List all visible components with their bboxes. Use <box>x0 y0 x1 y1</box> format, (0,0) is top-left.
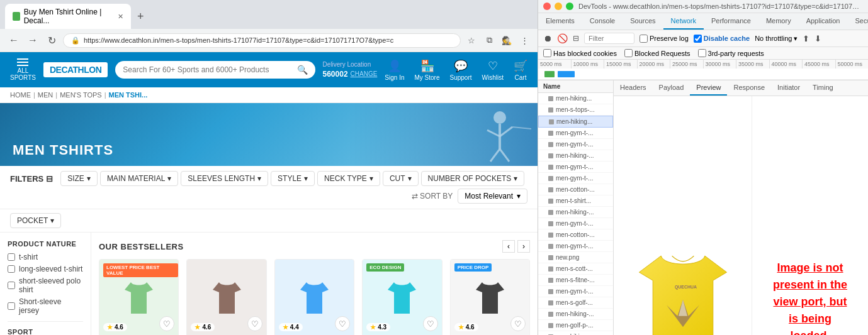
detail-tab-timing[interactable]: Timing <box>806 80 840 96</box>
request-item-14[interactable]: men-gym-t-... <box>538 241 613 252</box>
window-minimize-button[interactable] <box>555 3 562 10</box>
search-icon[interactable]: 🔍 <box>297 65 308 75</box>
request-item-16[interactable]: men-s-cott-... <box>538 263 613 275</box>
request-item-19[interactable]: men-s-golf-... <box>538 297 613 309</box>
request-item-7[interactable]: men-gym-t-... <box>538 162 613 173</box>
request-item-22[interactable]: men-hiking-... <box>538 331 613 335</box>
filter-long-sleeve[interactable]: long-sleeved t-shirt <box>8 265 83 273</box>
request-item-6[interactable]: men-hiking-... <box>538 150 613 162</box>
product-card-4[interactable]: ECO DESIGN ★ 4.3 ♡ KIMJALY Men's Yog <box>362 259 442 335</box>
export-icon[interactable]: ⬇ <box>814 34 821 43</box>
request-item-18[interactable]: men-gym-t-... <box>538 286 613 297</box>
product-card-1[interactable]: LOWEST PRICE BEST VALUE ★ 4.6 ♡ QUECHUA <box>99 259 179 335</box>
blocked-requests-checkbox[interactable] <box>624 49 633 57</box>
filter-tshirt[interactable]: t-shirt <box>8 253 83 261</box>
breadcrumb-home[interactable]: HOME <box>10 91 31 99</box>
detail-tab-headers[interactable]: Headers <box>614 80 653 96</box>
menu-icon[interactable]: ⋮ <box>517 33 531 47</box>
import-icon[interactable]: ⬆ <box>803 34 809 43</box>
breadcrumb-men[interactable]: MEN <box>38 91 53 99</box>
filter-material[interactable]: MAIN MATERIAL ▾ <box>100 171 178 186</box>
filter-style[interactable]: STYLE ▾ <box>271 171 315 186</box>
wishlist-btn-4[interactable]: ♡ <box>423 316 438 331</box>
incognito-icon[interactable]: 🕵 <box>500 33 514 47</box>
tab-memory[interactable]: Memory <box>758 13 799 30</box>
extensions-icon[interactable]: ⧉ <box>482 33 496 47</box>
request-item-20[interactable]: men-hiking-... <box>538 309 613 320</box>
cart-button[interactable]: 🛒 Cart <box>514 59 527 81</box>
tab-elements[interactable]: Elements <box>538 13 582 30</box>
disable-cache-checkbox[interactable] <box>694 35 702 43</box>
tab-console[interactable]: Console <box>582 13 623 30</box>
breadcrumb-mens-tops[interactable]: MEN'S TOPS <box>60 91 102 99</box>
request-item-21[interactable]: men-golf-p-... <box>538 320 613 331</box>
filter-button[interactable]: ⊟ <box>573 34 579 43</box>
request-item-15[interactable]: new.png <box>538 252 613 263</box>
delivery-change-link[interactable]: CHANGE <box>351 70 378 79</box>
wishlist-btn-1[interactable]: ♡ <box>159 316 174 331</box>
tab-close-icon[interactable]: ✕ <box>118 13 123 21</box>
detail-tab-preview[interactable]: Preview <box>690 80 727 96</box>
window-close-button[interactable] <box>543 3 551 10</box>
filter-size[interactable]: SIZE ▾ <box>60 171 98 186</box>
product-card-3[interactable]: ★ 4.4 ♡ ARTENGO Men Tennis Polo T-Shirt … <box>274 259 354 335</box>
prev-page-button[interactable]: ‹ <box>502 240 515 253</box>
next-page-button[interactable]: › <box>517 240 530 253</box>
polo-checkbox[interactable] <box>8 282 15 289</box>
jersey-checkbox[interactable] <box>8 302 15 310</box>
tab-application[interactable]: Application <box>799 13 848 30</box>
address-bar[interactable]: 🔒 https://www.decathlon.in/men-s-tops/me… <box>63 33 461 48</box>
request-item-8[interactable]: men-gym-t-... <box>538 173 613 184</box>
search-bar[interactable]: 🔍 <box>115 61 315 79</box>
new-tab-button[interactable]: + <box>133 10 148 23</box>
request-item-4[interactable]: men-gym-t-... <box>538 128 613 139</box>
star-icon[interactable]: ☆ <box>465 33 478 47</box>
all-sports-button[interactable]: ALLSPORTS <box>10 58 36 81</box>
wishlist-btn-2[interactable]: ♡ <box>247 316 262 331</box>
request-item-13[interactable]: men-cotton-... <box>538 229 613 241</box>
request-item-2[interactable]: men-s-tops-... <box>538 104 613 116</box>
wishlist-btn-5[interactable]: ♡ <box>510 316 526 331</box>
filter-neck[interactable]: NECK TYPE ▾ <box>317 171 380 186</box>
request-item-17[interactable]: men-s-fitne-... <box>538 275 613 286</box>
request-item-12[interactable]: men-gym-t-... <box>538 218 613 229</box>
filter-sleeves[interactable]: SLEEVES LENGTH ▾ <box>181 171 268 186</box>
request-item-5[interactable]: men-gym-t-... <box>538 139 613 150</box>
request-item-11[interactable]: men-hiking-... <box>538 207 613 218</box>
signin-button[interactable]: 👤 Sign In <box>385 59 404 81</box>
network-filter-input[interactable] <box>584 33 634 44</box>
tab-performance[interactable]: Performance <box>704 13 758 30</box>
request-item-1[interactable]: men-hiking... <box>538 93 613 104</box>
detail-tab-response[interactable]: Response <box>727 80 771 96</box>
tab-sources[interactable]: Sources <box>623 13 663 30</box>
product-card-5[interactable]: PRICE DROP ★ 4.6 ♡ QUECHUA Men's Lon <box>450 259 530 335</box>
forward-button[interactable]: → <box>25 33 40 48</box>
window-maximize-button[interactable] <box>566 3 573 10</box>
long-sleeve-checkbox[interactable] <box>8 265 15 273</box>
wishlist-btn-3[interactable]: ♡ <box>335 316 350 331</box>
filter-cut[interactable]: CUT ▾ <box>383 171 419 186</box>
search-input[interactable] <box>123 65 291 74</box>
request-item-10[interactable]: men-t-shirt... <box>538 195 613 207</box>
blocked-cookies-checkbox[interactable] <box>543 49 551 57</box>
filter-polo[interactable]: short-sleeved polo shirt <box>8 277 83 294</box>
refresh-button[interactable]: ↻ <box>44 33 59 48</box>
mystore-button[interactable]: 🏪 My Store <box>415 59 440 81</box>
browser-tab-active[interactable]: Buy Men Tshirt Online | Decal... ✕ <box>5 4 131 29</box>
wishlist-button[interactable]: ♡ Wishlist <box>482 59 504 81</box>
filter-jersey[interactable]: Short-sleeve jersey <box>8 297 83 315</box>
filter-pocket[interactable]: POCKET ▾ <box>10 213 61 228</box>
detail-tab-initiator[interactable]: Initiator <box>771 80 806 96</box>
product-card-2[interactable]: ★ 4.6 ♡ SOLOGNAC Men's T-Shirt SG-100 - … <box>186 259 266 335</box>
sort-dropdown[interactable]: Most Relevant ▾ <box>458 189 527 204</box>
tshirt-checkbox[interactable] <box>8 253 15 261</box>
request-item-9[interactable]: men-cotton-... <box>538 184 613 195</box>
record-button[interactable]: ⏺ <box>543 33 552 43</box>
request-item-3[interactable]: men-hiking... <box>538 116 613 128</box>
third-party-checkbox[interactable] <box>698 49 706 57</box>
preserve-log-checkbox[interactable] <box>640 35 648 43</box>
detail-tab-payload[interactable]: Payload <box>653 80 690 96</box>
back-button[interactable]: ← <box>6 33 21 48</box>
support-button[interactable]: 💬 Support <box>450 59 472 81</box>
filter-pockets[interactable]: NUMBER OF POCKETS ▾ <box>421 171 525 186</box>
